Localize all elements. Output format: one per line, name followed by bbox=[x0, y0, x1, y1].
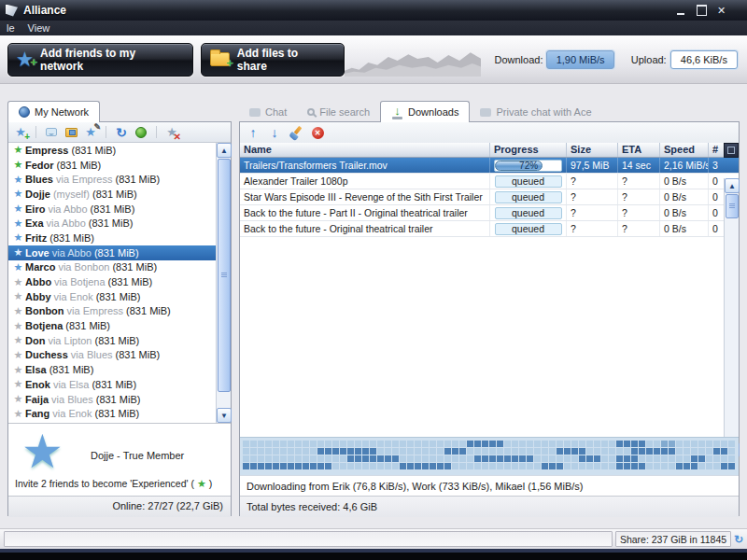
friend-list-item[interactable]: ★Elsa(831 MiB) bbox=[8, 362, 216, 377]
download-row[interactable]: Trailers/Transformers Trailer.mov72%97,5… bbox=[240, 158, 739, 174]
tab-file-search[interactable]: File search bbox=[297, 103, 380, 121]
chunk-cell bbox=[243, 448, 249, 455]
friend-list-item[interactable]: ★Enokvia Elsa(831 MiB) bbox=[8, 377, 216, 392]
cancel-download-button[interactable]: ✕ bbox=[310, 125, 325, 140]
download-row[interactable]: Star Wars Episode III - Revenge of the S… bbox=[240, 189, 739, 205]
friend-list-item[interactable]: ★Abbovia Botjena(831 MiB) bbox=[8, 274, 216, 289]
menu-view[interactable]: View bbox=[21, 21, 57, 35]
add-friend-button[interactable]: ★+ bbox=[13, 125, 28, 140]
remove-friend-button[interactable]: ★✕ bbox=[164, 125, 179, 140]
friend-name: Duchess bbox=[25, 349, 68, 360]
chunk-cell bbox=[512, 448, 518, 455]
network-status-button[interactable] bbox=[134, 125, 148, 140]
friend-list-item[interactable]: ★Abbyvia Enok(831 MiB) bbox=[8, 289, 216, 304]
friend-via: via Empress bbox=[56, 174, 113, 185]
friend-list-item[interactable]: ★Bonbonvia Empress(831 MiB) bbox=[8, 304, 216, 319]
chunk-cell bbox=[325, 455, 331, 462]
friend-list-item[interactable]: ★Empress(831 MiB) bbox=[8, 143, 216, 158]
edit-friend-button[interactable]: ★✎ bbox=[83, 125, 98, 140]
gray-star-icon: ★ bbox=[11, 408, 25, 420]
column-config-button[interactable] bbox=[724, 143, 739, 158]
refresh-network-button[interactable]: ↻ bbox=[114, 125, 129, 140]
minimize-button[interactable] bbox=[675, 5, 687, 16]
friend-name: Fedor bbox=[25, 160, 54, 171]
tab-downloads[interactable]: Downloads bbox=[380, 101, 470, 122]
download-row[interactable]: Back to the future - Part II - Original … bbox=[240, 205, 739, 221]
chunk-cell bbox=[713, 455, 720, 462]
chunk-cell bbox=[654, 455, 660, 462]
scroll-thumb[interactable] bbox=[218, 159, 231, 392]
tab-chat[interactable]: Chat bbox=[239, 103, 297, 121]
move-down-button[interactable]: ↓ bbox=[267, 125, 282, 140]
friend-list: ★Empress(831 MiB)★Fedor(831 MiB)★Bluesvi… bbox=[8, 143, 216, 423]
friend-list-item[interactable]: ★Donvia Lipton(831 MiB) bbox=[8, 333, 216, 348]
main-tabstrip: ChatFile searchDownloadsPrivate chat wit… bbox=[239, 101, 740, 121]
chunk-cell bbox=[706, 441, 712, 447]
friend-list-item[interactable]: ★Duchessvia Blues(831 MiB) bbox=[8, 348, 216, 363]
clear-completed-button[interactable] bbox=[289, 125, 303, 140]
chunk-cell bbox=[557, 463, 563, 469]
scroll-up-button[interactable]: ▲ bbox=[217, 143, 232, 158]
window-controls bbox=[675, 5, 741, 16]
table-scrollbar[interactable]: ▲ ▼ bbox=[724, 178, 739, 457]
maximize-button[interactable] bbox=[696, 5, 708, 16]
column-header-speed[interactable]: Speed bbox=[660, 143, 709, 157]
blue-star-icon: ★ bbox=[11, 231, 25, 244]
download-row[interactable]: Alexander Trailer 1080pqueued??0 B/s0 bbox=[240, 174, 739, 189]
friend-list-item[interactable]: ★Exavia Abbo(831 MiB) bbox=[8, 216, 216, 231]
close-button[interactable] bbox=[716, 5, 728, 16]
scroll-up-button[interactable]: ▲ bbox=[725, 178, 740, 193]
total-bytes-status: Total bytes received: 4,6 GiB bbox=[240, 496, 739, 517]
friend-list-item[interactable]: ★Dojje(myself)(831 MiB) bbox=[8, 187, 216, 202]
chunk-cell bbox=[332, 441, 339, 447]
chunk-cell bbox=[452, 463, 458, 469]
tab-private-chat-with-ace[interactable]: Private chat with Ace bbox=[470, 103, 601, 121]
chunk-cell bbox=[698, 441, 705, 447]
menu-file[interactable]: le bbox=[0, 21, 21, 35]
friend-list-item[interactable]: ★Eirovia Abbo(831 MiB) bbox=[8, 202, 216, 217]
chunk-cell bbox=[400, 463, 406, 469]
chunk-cell bbox=[646, 448, 653, 455]
move-up-button[interactable]: ↑ bbox=[246, 125, 261, 140]
friend-list-item[interactable]: ★Lovevia Abbo(831 MiB) bbox=[8, 245, 216, 260]
chunk-cell bbox=[684, 463, 690, 469]
toolbar-separator bbox=[106, 126, 106, 138]
chunk-cell bbox=[676, 463, 683, 469]
friend-list-scrollbar[interactable]: ▲ ▼ bbox=[216, 143, 231, 423]
invite-line: Invite 2 friends to become 'Experienced'… bbox=[15, 478, 212, 490]
scroll-thumb[interactable] bbox=[726, 194, 739, 218]
friend-list-item[interactable]: ★Fritz(831 MiB) bbox=[8, 231, 216, 245]
chunk-cell bbox=[542, 448, 548, 455]
chunk-cell bbox=[288, 448, 294, 455]
chunk-cell bbox=[624, 455, 630, 462]
friend-list-item[interactable]: ★Botjena(831 MiB) bbox=[8, 318, 216, 333]
chunk-cell bbox=[250, 448, 257, 455]
browse-shared-files-button[interactable] bbox=[63, 125, 78, 140]
download-row[interactable]: Back to the future - Original theatrical… bbox=[240, 221, 739, 237]
column-header-size[interactable]: Size bbox=[567, 143, 618, 157]
scroll-down-button[interactable]: ▼ bbox=[217, 408, 232, 423]
friend-list-item[interactable]: ★Marcovia Bonbon(831 MiB) bbox=[8, 260, 216, 275]
friend-list-item[interactable]: ★Bluesvia Empress(831 MiB) bbox=[8, 172, 216, 187]
column-header-eta[interactable]: ETA bbox=[618, 143, 660, 157]
tab-my-network[interactable]: My Network bbox=[7, 101, 100, 122]
add-files-button[interactable]: + Add files to share bbox=[201, 43, 345, 77]
upload-speed-field[interactable]: 46,6 KiB/s bbox=[670, 50, 738, 69]
friend-list-item[interactable]: ★Faijavia Blues(831 MiB) bbox=[8, 392, 216, 407]
friend-share-size: (831 MiB) bbox=[112, 261, 157, 273]
friend-list-item[interactable]: ★Fangvia Enok(831 MiB) bbox=[8, 406, 216, 421]
connection-icon: ↻ bbox=[734, 533, 743, 546]
chunk-cell bbox=[713, 441, 720, 447]
chunk-cell bbox=[691, 455, 698, 462]
friend-list-item[interactable]: ★Fedor(831 MiB) bbox=[8, 158, 216, 173]
add-friends-button[interactable]: ★+ Add friends to my network bbox=[7, 43, 193, 77]
chat-with-friend-button[interactable] bbox=[44, 125, 59, 140]
queued-badge: queued bbox=[495, 223, 562, 235]
column-header-progress[interactable]: Progress bbox=[490, 143, 567, 157]
chunk-cell bbox=[467, 441, 473, 447]
chunk-cell bbox=[534, 448, 541, 455]
column-header-name[interactable]: Name bbox=[240, 143, 490, 157]
chunk-cell bbox=[288, 463, 294, 469]
chunk-cell bbox=[265, 455, 272, 462]
download-speed-field[interactable]: 1,90 MiB/s bbox=[546, 50, 613, 69]
